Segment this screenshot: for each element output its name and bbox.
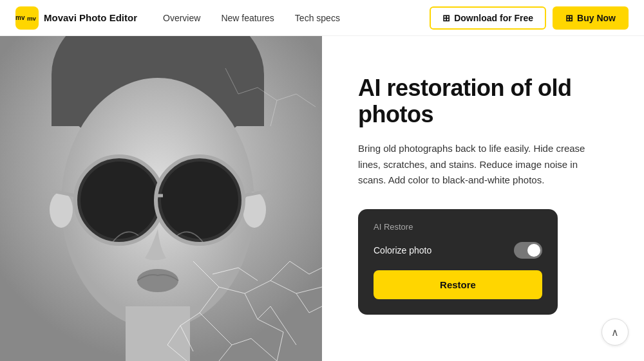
svg-point-7	[50, 192, 73, 228]
colorize-toggle[interactable]	[514, 242, 542, 259]
svg-rect-9	[126, 306, 190, 361]
download-button[interactable]: ⊞ Download for Free	[430, 6, 546, 30]
section-description: Bring old photographs back to life easil…	[358, 141, 603, 189]
logo-icon: mv	[15, 6, 39, 30]
hero-image-panel	[0, 36, 322, 361]
buy-button[interactable]: ⊞ Buy Now	[553, 6, 629, 30]
ai-restore-card: AI Restore Colorize photo Restore	[358, 209, 558, 315]
download-label: Download for Free	[454, 13, 533, 23]
logo-link[interactable]: mv Movavi Photo Editor	[15, 6, 137, 30]
svg-point-8	[243, 192, 266, 228]
win-icon: ⊞	[442, 13, 450, 23]
photo-background	[0, 36, 322, 361]
nav-link-new-features[interactable]: New features	[221, 13, 274, 23]
svg-text:mv: mv	[27, 14, 37, 21]
section-title: AI restoration of old photos	[358, 75, 613, 128]
main-content: AI restoration of old photos Bring old p…	[0, 36, 644, 361]
brand-name: Movavi Photo Editor	[44, 12, 137, 23]
nav-actions: ⊞ Download for Free ⊞ Buy Now	[430, 6, 629, 30]
portrait-svg	[0, 36, 322, 361]
nav-link-tech-specs[interactable]: Tech specs	[295, 13, 340, 23]
svg-point-11	[80, 162, 158, 239]
chevron-up-icon: ∧	[611, 326, 619, 338]
svg-point-13	[161, 162, 238, 239]
navbar: mv Movavi Photo Editor Overview New feat…	[0, 0, 644, 36]
win-icon-buy: ⊞	[565, 13, 573, 23]
svg-point-17	[137, 269, 178, 292]
colorize-label: Colorize photo	[374, 245, 431, 255]
nav-link-overview[interactable]: Overview	[163, 13, 200, 23]
ai-card-title: AI Restore	[374, 222, 542, 232]
nav-links: Overview New features Tech specs	[163, 13, 430, 23]
buy-label: Buy Now	[577, 13, 616, 23]
colorize-row: Colorize photo	[374, 242, 542, 259]
restore-button[interactable]: Restore	[374, 270, 542, 299]
content-panel: AI restoration of old photos Bring old p…	[322, 36, 644, 361]
scroll-to-top-button[interactable]: ∧	[601, 319, 629, 346]
